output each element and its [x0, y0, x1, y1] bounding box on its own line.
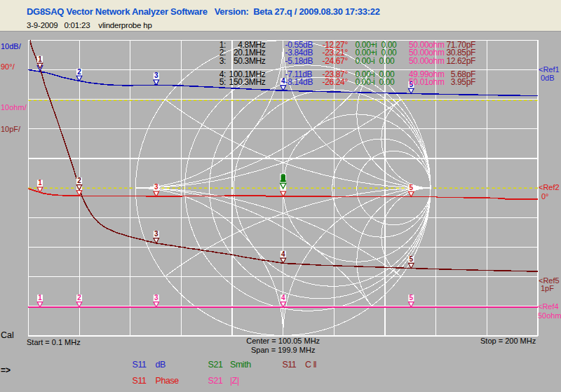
svg-text:3: 3 [154, 230, 158, 238]
svg-text:3: 3 [154, 294, 158, 302]
svg-text:4: 4 [281, 250, 285, 258]
svg-text:3: 3 [154, 183, 158, 191]
svg-text:1: 1 [38, 294, 42, 302]
svg-text:5: 5 [410, 184, 414, 191]
svg-text:2: 2 [77, 294, 81, 302]
svg-text:5: 5 [410, 294, 414, 302]
svg-text:1: 1 [38, 179, 42, 187]
svg-text:4: 4 [281, 294, 285, 302]
svg-text:2: 2 [77, 177, 81, 184]
svg-text:5: 5 [410, 255, 414, 263]
